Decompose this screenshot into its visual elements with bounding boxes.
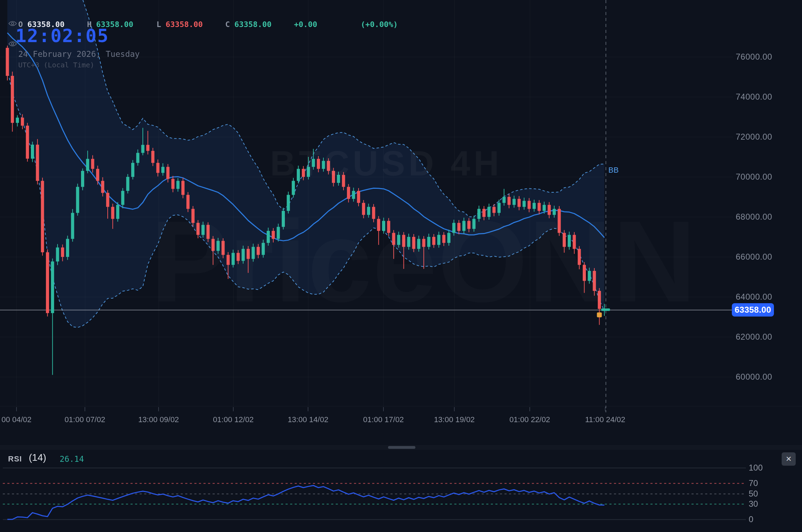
price-axis-label: 62000.00 — [736, 332, 772, 342]
close-value: 63358.00 — [234, 20, 272, 29]
time-axis-label: 01:00 12/02 — [213, 415, 254, 424]
current-price-badge: 63358.00 — [732, 303, 774, 317]
rsi-axis-label: 50 — [749, 489, 758, 499]
low-label: L — [156, 20, 161, 29]
time-axis-label: 11:00 24/02 — [585, 415, 626, 424]
price-axis-label: 60000.00 — [736, 372, 772, 382]
price-axis-label: 74000.00 — [736, 92, 772, 102]
rsi-axis-label: 100 — [749, 463, 763, 473]
time-axis-label: 00 04/02 — [1, 415, 32, 424]
rsi-period: (14) — [29, 452, 46, 463]
clock-overlay: 12:02:05 — [15, 25, 109, 46]
symbol-watermark: BTCUSD 4H — [270, 143, 502, 184]
timezone-overlay: UTC+3 (Local Time) — [18, 61, 94, 69]
change-value: +0.00 — [294, 20, 317, 29]
time-axis-label: 13:00 09/02 — [138, 415, 179, 424]
low-value: 63358.00 — [166, 20, 203, 29]
rsi-axis-label: 0 — [749, 514, 753, 524]
rsi-close-button[interactable]: ✕ — [782, 452, 796, 466]
price-axis-label: 70000.00 — [736, 172, 772, 182]
rsi-title: RSI — [8, 454, 22, 464]
time-axis-label: 13:00 19/02 — [434, 415, 475, 424]
price-axis-label: 76000.00 — [736, 52, 772, 62]
price-axis-label: 64000.00 — [736, 292, 772, 302]
rsi-axis-label: 70 — [749, 478, 758, 488]
time-axis-label: 13:00 14/02 — [288, 415, 328, 424]
change-percent: (+0.00%) — [361, 20, 398, 29]
close-label: C — [225, 20, 230, 29]
rsi-axis-label: 30 — [749, 499, 758, 509]
date-overlay: 24 February 2026, Tuesday — [18, 49, 140, 59]
time-axis-label: 01:00 17/02 — [363, 415, 404, 424]
brand-watermark: PriceONN — [151, 195, 697, 328]
trading-app: BTCUSD 4H PriceONN O 63358.00 H 63358.00… — [0, 0, 802, 532]
time-axis-label: 01:00 07/02 — [65, 415, 105, 424]
rsi-value: 26.14 — [60, 454, 84, 464]
time-axis-label: 01:00 22/02 — [509, 415, 550, 424]
price-axis-label: 66000.00 — [736, 252, 772, 262]
bollinger-band-label: BB — [608, 166, 619, 175]
pane-resize-handle[interactable] — [388, 446, 415, 449]
price-axis-label: 72000.00 — [736, 132, 772, 142]
price-axis-label: 68000.00 — [736, 212, 772, 222]
